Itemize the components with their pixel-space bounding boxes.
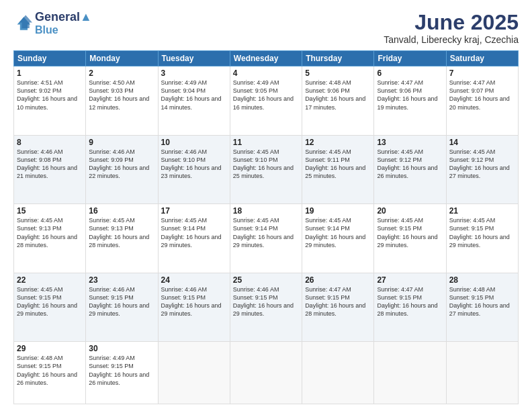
table-row bbox=[302, 342, 374, 404]
calendar-table: Sunday Monday Tuesday Wednesday Thursday… bbox=[13, 50, 519, 404]
table-row bbox=[158, 342, 230, 404]
table-row: 18Sunrise: 4:45 AMSunset: 9:14 PMDayligh… bbox=[230, 204, 302, 273]
table-row: 26Sunrise: 4:47 AMSunset: 9:15 PMDayligh… bbox=[302, 273, 374, 342]
calendar-subtitle: Tanvald, Liberecky kraj, Czechia bbox=[384, 34, 519, 45]
table-row: 23Sunrise: 4:46 AMSunset: 9:15 PMDayligh… bbox=[86, 273, 158, 342]
logo: General▲ Blue bbox=[13, 11, 92, 36]
table-row bbox=[374, 342, 446, 404]
table-row: 29Sunrise: 4:48 AMSunset: 9:15 PMDayligh… bbox=[14, 342, 86, 404]
table-row: 3Sunrise: 4:49 AMSunset: 9:04 PMDaylight… bbox=[158, 66, 230, 136]
table-row: 20Sunrise: 4:45 AMSunset: 9:15 PMDayligh… bbox=[374, 204, 446, 273]
col-friday: Friday bbox=[374, 51, 446, 66]
table-row: 19Sunrise: 4:45 AMSunset: 9:14 PMDayligh… bbox=[302, 204, 374, 273]
header: General▲ Blue June 2025 Tanvald, Liberec… bbox=[13, 11, 519, 45]
table-row: 11Sunrise: 4:45 AMSunset: 9:10 PMDayligh… bbox=[230, 135, 302, 204]
table-row: 7Sunrise: 4:47 AMSunset: 9:07 PMDaylight… bbox=[446, 66, 518, 136]
table-row: 5Sunrise: 4:48 AMSunset: 9:06 PMDaylight… bbox=[302, 66, 374, 136]
calendar-header-row: Sunday Monday Tuesday Wednesday Thursday… bbox=[14, 51, 519, 66]
page: General▲ Blue June 2025 Tanvald, Liberec… bbox=[0, 0, 532, 411]
col-tuesday: Tuesday bbox=[158, 51, 230, 66]
table-row bbox=[230, 342, 302, 404]
table-row: 15Sunrise: 4:45 AMSunset: 9:13 PMDayligh… bbox=[14, 204, 86, 273]
table-row: 13Sunrise: 4:45 AMSunset: 9:12 PMDayligh… bbox=[374, 135, 446, 204]
table-row: 21Sunrise: 4:45 AMSunset: 9:15 PMDayligh… bbox=[446, 204, 518, 273]
table-row: 4Sunrise: 4:49 AMSunset: 9:05 PMDaylight… bbox=[230, 66, 302, 136]
table-row: 22Sunrise: 4:45 AMSunset: 9:15 PMDayligh… bbox=[14, 273, 86, 342]
logo-text: General▲ Blue bbox=[35, 11, 92, 36]
table-row: 24Sunrise: 4:46 AMSunset: 9:15 PMDayligh… bbox=[158, 273, 230, 342]
table-row: 6Sunrise: 4:47 AMSunset: 9:06 PMDaylight… bbox=[374, 66, 446, 136]
table-row: 16Sunrise: 4:45 AMSunset: 9:13 PMDayligh… bbox=[86, 204, 158, 273]
table-row: 8Sunrise: 4:46 AMSunset: 9:08 PMDaylight… bbox=[14, 135, 86, 204]
table-row: 1Sunrise: 4:51 AMSunset: 9:02 PMDaylight… bbox=[14, 66, 86, 136]
table-row: 12Sunrise: 4:45 AMSunset: 9:11 PMDayligh… bbox=[302, 135, 374, 204]
title-block: June 2025 Tanvald, Liberecky kraj, Czech… bbox=[384, 11, 519, 45]
table-row bbox=[446, 342, 518, 404]
logo-icon bbox=[13, 14, 32, 33]
table-row: 30Sunrise: 4:49 AMSunset: 9:15 PMDayligh… bbox=[86, 342, 158, 404]
col-sunday: Sunday bbox=[14, 51, 86, 66]
calendar-title: June 2025 bbox=[384, 11, 519, 34]
col-thursday: Thursday bbox=[302, 51, 374, 66]
table-row: 17Sunrise: 4:45 AMSunset: 9:14 PMDayligh… bbox=[158, 204, 230, 273]
table-row: 9Sunrise: 4:46 AMSunset: 9:09 PMDaylight… bbox=[86, 135, 158, 204]
col-monday: Monday bbox=[86, 51, 158, 66]
table-row: 10Sunrise: 4:46 AMSunset: 9:10 PMDayligh… bbox=[158, 135, 230, 204]
col-saturday: Saturday bbox=[446, 51, 518, 66]
table-row: 2Sunrise: 4:50 AMSunset: 9:03 PMDaylight… bbox=[86, 66, 158, 136]
table-row: 25Sunrise: 4:46 AMSunset: 9:15 PMDayligh… bbox=[230, 273, 302, 342]
table-row: 28Sunrise: 4:48 AMSunset: 9:15 PMDayligh… bbox=[446, 273, 518, 342]
col-wednesday: Wednesday bbox=[230, 51, 302, 66]
table-row: 27Sunrise: 4:47 AMSunset: 9:15 PMDayligh… bbox=[374, 273, 446, 342]
table-row: 14Sunrise: 4:45 AMSunset: 9:12 PMDayligh… bbox=[446, 135, 518, 204]
